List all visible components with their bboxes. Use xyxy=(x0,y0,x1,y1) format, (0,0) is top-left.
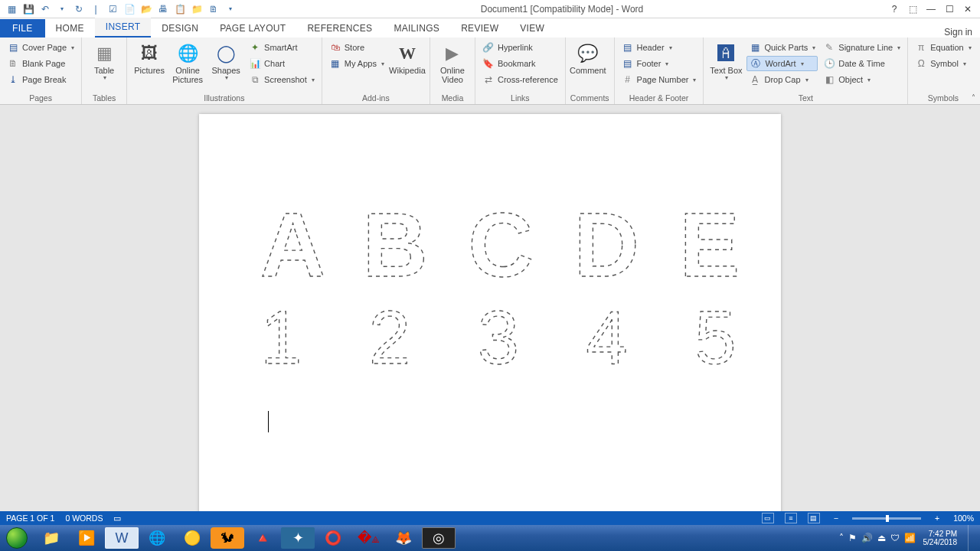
taskbar-editor-icon[interactable]: ✦ xyxy=(281,527,315,549)
tab-page-layout[interactable]: PAGE LAYOUT xyxy=(209,19,296,37)
tray-network-icon[interactable]: 📶 xyxy=(904,533,916,543)
page-number-button[interactable]: #Page Number xyxy=(619,72,699,87)
sign-in-link[interactable]: Sign in xyxy=(944,27,980,37)
tab-references[interactable]: REFERENCES xyxy=(296,19,383,37)
tray-safely-remove-icon[interactable]: ⏏ xyxy=(877,533,886,543)
taskbar-camera-icon[interactable]: ◎ xyxy=(422,527,456,549)
maximize-icon[interactable]: ☐ xyxy=(942,2,956,16)
taskbar-explorer-icon[interactable]: 📁 xyxy=(34,527,68,549)
cover-page-button[interactable]: ▤Cover Page xyxy=(5,40,77,55)
header-button[interactable]: ▤Header xyxy=(619,40,699,55)
object-button[interactable]: ◧Object xyxy=(821,72,903,87)
taskbar-word-icon[interactable]: W xyxy=(105,527,139,549)
status-words[interactable]: 0 WORDS xyxy=(65,514,103,523)
status-page[interactable]: PAGE 1 OF 1 xyxy=(6,514,54,523)
close-icon[interactable]: ✕ xyxy=(961,2,975,16)
tab-view[interactable]: VIEW xyxy=(509,19,555,37)
quickparts-button[interactable]: ▦Quick Parts xyxy=(746,40,818,55)
shapes-button[interactable]: ◯Shapes xyxy=(208,40,243,82)
online-video-button[interactable]: ▶Online Video xyxy=(435,40,470,84)
comment-icon: 💬 xyxy=(576,41,600,66)
taskbar-uc-icon[interactable]: 🐿 xyxy=(211,527,244,549)
tab-mailings[interactable]: MAILINGS xyxy=(383,19,450,37)
web-layout-icon[interactable]: ▤ xyxy=(808,513,820,523)
zoom-out-icon[interactable]: − xyxy=(831,514,841,523)
taskbar-vlc-icon[interactable]: 🔺 xyxy=(246,527,279,549)
wikipedia-button[interactable]: WWikipedia xyxy=(390,40,425,75)
equation-button[interactable]: πEquation xyxy=(913,40,973,55)
store-button[interactable]: 🛍Store xyxy=(327,40,387,55)
undo-icon[interactable]: ↶ xyxy=(38,2,52,16)
chart-icon: 📊 xyxy=(249,57,261,70)
zoom-in-icon[interactable]: + xyxy=(932,514,942,523)
tray-show-hidden-icon[interactable]: ˄ xyxy=(839,533,844,543)
tab-design[interactable]: DESIGN xyxy=(151,19,209,37)
group-tables-label: Tables xyxy=(87,93,122,104)
comment-button[interactable]: 💬Comment xyxy=(570,40,606,75)
new-doc-icon[interactable]: 📄 xyxy=(122,2,136,16)
taskbar-ie-icon[interactable]: 🌐 xyxy=(140,527,174,549)
document-page[interactable]: .traced { font: 700 118px Arial, sans-se… xyxy=(199,114,781,551)
save-icon[interactable]: 💾 xyxy=(21,2,35,16)
datetime-button[interactable]: 🕒Date & Time xyxy=(821,56,903,71)
status-proofing-icon[interactable]: ▭ xyxy=(113,514,121,523)
taskbar-opera-icon[interactable]: ⭕ xyxy=(316,527,350,549)
zoom-slider[interactable] xyxy=(852,517,921,520)
cross-reference-button[interactable]: ⇄Cross-reference xyxy=(480,72,560,87)
online-pictures-button[interactable]: 🌐Online Pictures xyxy=(170,40,205,84)
chart-button[interactable]: 📊Chart xyxy=(247,56,317,71)
start-button[interactable] xyxy=(0,525,34,551)
blank-page-button[interactable]: 🗎Blank Page xyxy=(5,56,77,71)
show-desktop-button[interactable] xyxy=(968,525,975,551)
collapse-ribbon-icon[interactable]: ˄ xyxy=(972,93,975,102)
zoom-level[interactable]: 100% xyxy=(953,514,974,523)
tray-volume-icon[interactable]: 🔊 xyxy=(861,533,873,543)
print-preview-icon[interactable]: 📋 xyxy=(173,2,187,16)
quick-print-icon[interactable]: 🖶 xyxy=(156,2,170,16)
help-icon[interactable]: ? xyxy=(887,2,901,16)
tab-insert[interactable]: INSERT xyxy=(95,18,152,37)
tray-clock[interactable]: 7:42 PM 5/24/2018 xyxy=(920,530,961,546)
tab-file[interactable]: FILE xyxy=(0,19,45,37)
tray-security-icon[interactable]: 🛡 xyxy=(890,533,900,543)
taskbar-mediaplayer-icon[interactable]: ▶️ xyxy=(70,527,103,549)
group-media-label: Media xyxy=(435,93,470,104)
touch-mode-icon[interactable]: ☑ xyxy=(106,2,119,16)
print-layout-icon[interactable]: ≡ xyxy=(785,513,797,523)
blank-doc-icon[interactable]: 🗎 xyxy=(207,2,220,16)
footer-button[interactable]: ▤Footer xyxy=(619,56,699,71)
tab-review[interactable]: REVIEW xyxy=(450,19,509,37)
document-workspace[interactable]: .traced { font: 700 118px Arial, sans-se… xyxy=(0,105,980,511)
screenshot-button[interactable]: ⧉Screenshot xyxy=(247,72,317,87)
open-icon[interactable]: 📂 xyxy=(139,2,153,16)
dropcap-button[interactable]: A̲Drop Cap xyxy=(746,72,818,87)
qat-customize-icon[interactable]: ▾ xyxy=(224,2,237,16)
wordart-button[interactable]: ⒶWordArt xyxy=(746,56,818,71)
zoom-thumb[interactable] xyxy=(886,515,889,522)
taskbar-firefox-icon[interactable]: 🦊 xyxy=(387,527,420,549)
undo-dropdown-icon[interactable]: ▾ xyxy=(55,2,69,16)
taskbar-adobe-icon[interactable]: �⟁ xyxy=(351,527,385,549)
pictures-label: Pictures xyxy=(134,66,165,75)
page-break-button[interactable]: ⤓Page Break xyxy=(5,72,77,87)
redo-icon[interactable]: ↻ xyxy=(72,2,86,16)
textbox-icon: 🅰 xyxy=(714,41,738,66)
doc-line2: 1 2 3 4 5 6 xyxy=(260,295,750,380)
folder-icon[interactable]: 📁 xyxy=(190,2,204,16)
table-button[interactable]: ▦ Table xyxy=(87,40,122,82)
ribbon-display-icon[interactable]: ⬚ xyxy=(906,2,920,16)
bookmark-button[interactable]: 🔖Bookmark xyxy=(480,56,560,71)
pictures-button[interactable]: 🖼Pictures xyxy=(132,40,167,75)
tray-flag-icon[interactable]: ⚑ xyxy=(848,533,857,543)
group-addins-label: Add-ins xyxy=(327,93,425,104)
textbox-button[interactable]: 🅰Text Box xyxy=(708,40,743,82)
smartart-button[interactable]: ✦SmartArt xyxy=(247,40,317,55)
symbol-button[interactable]: ΩSymbol xyxy=(913,56,973,71)
taskbar-chrome-icon[interactable]: 🟡 xyxy=(175,527,209,549)
hyperlink-button[interactable]: 🔗Hyperlink xyxy=(480,40,560,55)
tab-home[interactable]: HOME xyxy=(45,19,95,37)
read-mode-icon[interactable]: ▭ xyxy=(762,513,774,523)
signature-line-button[interactable]: ✎Signature Line xyxy=(821,40,903,55)
minimize-icon[interactable]: — xyxy=(924,2,938,16)
myapps-button[interactable]: ▦My Apps xyxy=(327,56,387,71)
